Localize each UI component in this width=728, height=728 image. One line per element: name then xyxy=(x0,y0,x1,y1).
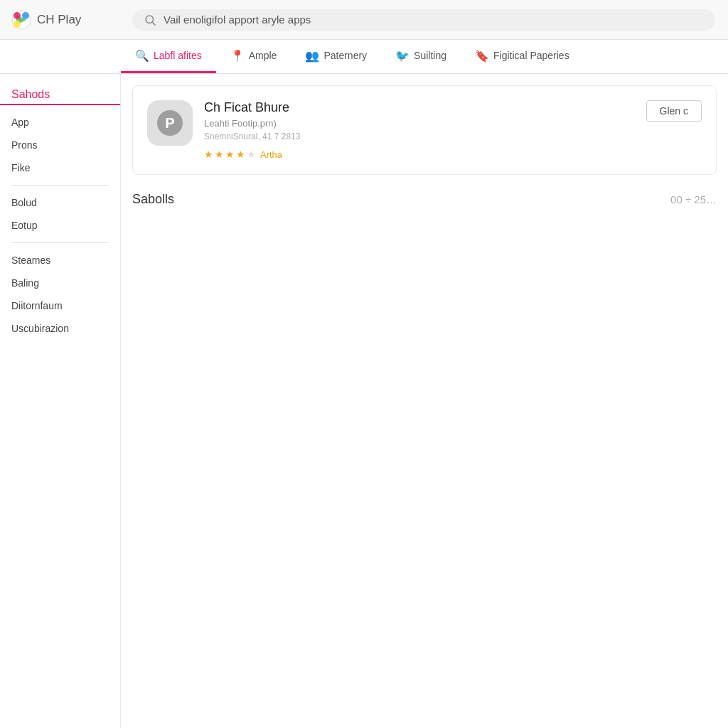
app-icon-letter: P xyxy=(165,115,174,132)
sidebar-item-prons[interactable]: Prons xyxy=(0,134,120,156)
tab-search-icon: 🔍 xyxy=(135,49,149,63)
tab-figitical-paperies[interactable]: 🔖 Figitical Paperies xyxy=(461,40,584,73)
sidebar: Sahods App Prons Fike Bolud Eotup Steame… xyxy=(0,74,121,728)
sidebar-item-app[interactable]: App xyxy=(0,111,120,134)
search-icon xyxy=(144,14,156,26)
section-title: Sabolls xyxy=(132,192,174,207)
tab-paternery[interactable]: 👥 Paternery xyxy=(291,40,381,73)
header: CH Play Vail enoligifol apport aryle app… xyxy=(0,0,728,40)
svg-point-2 xyxy=(22,12,29,19)
search-bar[interactable]: Vail enoligifol apport aryle apps xyxy=(132,9,715,31)
app-name: Ch Ficat Bhure xyxy=(204,100,702,115)
svg-point-3 xyxy=(14,21,21,28)
main-layout: Sahods App Prons Fike Bolud Eotup Steame… xyxy=(0,74,728,728)
ch-play-logo-icon xyxy=(11,10,31,30)
rating-label: Artha xyxy=(260,149,282,160)
tab-group-icon: 👥 xyxy=(305,49,319,63)
sidebar-divider-2 xyxy=(11,242,109,243)
sidebar-item-diitornfaum[interactable]: Diitornfaum xyxy=(0,294,120,317)
app-card: P Ch Ficat Bhure Leahti Footip.prn) Snem… xyxy=(132,85,717,175)
svg-point-4 xyxy=(146,16,154,23)
app-rating: ★ ★ ★ ★ ★ Artha xyxy=(204,149,702,160)
logo-area: CH Play xyxy=(11,10,132,30)
star-2: ★ xyxy=(215,149,224,160)
app-info: Ch Ficat Bhure Leahti Footip.prn) Snemni… xyxy=(204,100,702,160)
nav-tabs: 🔍 Labfl afites 📍 Ample 👥 Paternery 🐦 Sui… xyxy=(0,40,728,74)
tab-figitical-paperies-label: Figitical Paperies xyxy=(493,50,569,61)
logo-text: CH Play xyxy=(37,13,81,27)
section-header: Sabolls 00 ÷ 25… xyxy=(132,192,717,207)
tab-bookmark-icon: 🔖 xyxy=(475,49,489,63)
star-1: ★ xyxy=(204,149,213,160)
star-5: ★ xyxy=(247,149,256,160)
app-icon-wrapper: P xyxy=(147,100,193,146)
sidebar-item-bolud[interactable]: Bolud xyxy=(0,191,120,214)
sidebar-item-baling[interactable]: Baling xyxy=(0,272,120,294)
app-subtitle: Leahti Footip.prn) xyxy=(204,118,702,129)
tab-ample-label: Ample xyxy=(249,50,277,61)
sidebar-item-eotup[interactable]: Eotup xyxy=(0,214,120,237)
svg-line-5 xyxy=(152,22,155,25)
app-icon-inner: P xyxy=(157,110,183,136)
tab-suilting[interactable]: 🐦 Suilting xyxy=(381,40,461,73)
tab-suilting-label: Suilting xyxy=(414,50,446,61)
app-meta: SnemniSnural, 41 7 2813 xyxy=(204,132,702,141)
search-input-text: Vail enoligifol apport aryle apps xyxy=(164,14,311,26)
tab-twitter-icon: 🐦 xyxy=(395,49,410,63)
tab-paternery-label: Paternery xyxy=(323,50,367,61)
sidebar-divider-1 xyxy=(11,185,109,186)
tab-ample[interactable]: 📍 Ample xyxy=(216,40,291,73)
sidebar-item-uscubirazion[interactable]: Uscubirazion xyxy=(0,317,120,340)
content-area: P Ch Ficat Bhure Leahti Footip.prn) Snem… xyxy=(121,74,728,728)
sidebar-item-fike[interactable]: Fike xyxy=(0,156,120,179)
sidebar-title: Sahods xyxy=(0,82,120,105)
star-3: ★ xyxy=(225,149,235,160)
tab-labfl-afites[interactable]: 🔍 Labfl afites xyxy=(121,40,216,73)
tab-labfl-afites-label: Labfl afites xyxy=(154,50,202,61)
tab-location-icon: 📍 xyxy=(230,49,245,63)
install-button[interactable]: Glen c xyxy=(646,100,702,122)
sidebar-item-steames[interactable]: Steames xyxy=(0,249,120,272)
star-4: ★ xyxy=(236,149,245,160)
section-count: 00 ÷ 25… xyxy=(670,193,717,205)
svg-point-1 xyxy=(14,12,21,19)
